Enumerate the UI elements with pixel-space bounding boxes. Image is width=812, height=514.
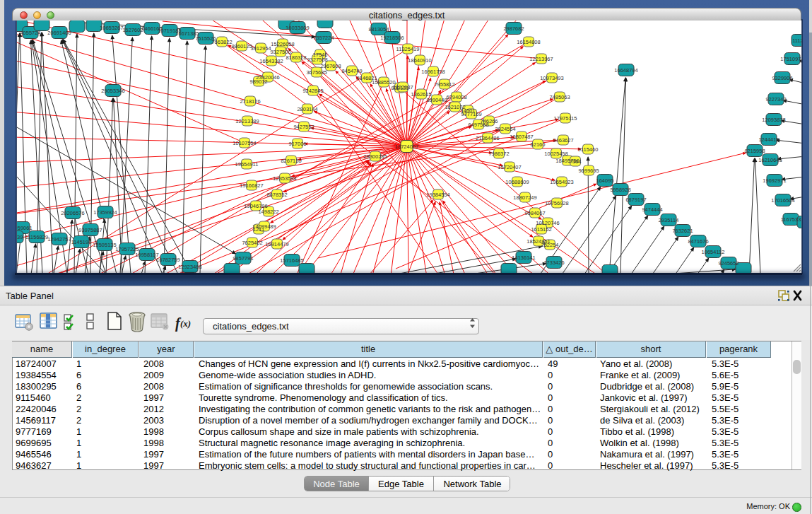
svg-text:7663822: 7663822 (211, 39, 232, 45)
svg-text:12505135: 12505135 (93, 242, 116, 248)
svg-text:7986372: 7986372 (488, 151, 509, 157)
svg-text:29053346: 29053346 (101, 88, 124, 94)
svg-text:17359924: 17359924 (93, 209, 117, 216)
svg-text:16210643: 16210643 (758, 157, 782, 163)
svg-text:16648794: 16648794 (614, 67, 637, 74)
svg-text:10973493: 10973493 (540, 75, 563, 81)
svg-text:10958107: 10958107 (135, 252, 158, 258)
svg-text:9227342: 9227342 (765, 96, 786, 103)
svg-text:8267130: 8267130 (281, 158, 301, 164)
svg-text:164095: 164095 (596, 177, 613, 184)
svg-text:9084067: 9084067 (524, 210, 545, 216)
svg-text:3675685: 3675685 (306, 69, 326, 76)
svg-text:10653267: 10653267 (100, 25, 123, 31)
svg-text:12213389: 12213389 (235, 118, 259, 124)
svg-text:8186328: 8186328 (286, 54, 306, 61)
svg-text:8990448: 8990448 (426, 97, 447, 103)
svg-text:9427552: 9427552 (293, 124, 314, 130)
svg-text:(x): (x) (180, 318, 191, 329)
svg-text:746266: 746266 (480, 118, 498, 124)
svg-text:12942757: 12942757 (47, 236, 71, 243)
svg-text:5958928: 5958928 (610, 187, 630, 193)
svg-text:8471676: 8471676 (688, 238, 708, 245)
svg-text:1145194: 1145194 (71, 239, 92, 245)
svg-text:1244415: 1244415 (758, 136, 779, 143)
svg-text:7955812: 7955812 (434, 81, 454, 88)
svg-text:8215958: 8215958 (744, 148, 765, 154)
svg-text:1527602: 1527602 (122, 27, 143, 33)
svg-text:9474444: 9474444 (642, 206, 662, 213)
svg-text:10756928: 10756928 (545, 200, 568, 206)
svg-text:17510974: 17510974 (780, 56, 804, 62)
svg-text:10688609: 10688609 (505, 179, 529, 185)
svg-text:1822037: 1822037 (392, 84, 413, 90)
svg-text:15716485: 15716485 (280, 257, 303, 264)
svg-text:9463627: 9463627 (553, 137, 573, 144)
svg-text:2935114: 2935114 (659, 217, 679, 223)
svg-text:20206576: 20206576 (61, 210, 84, 216)
svg-text:9245652: 9245652 (718, 260, 739, 267)
svg-text:10107554: 10107554 (233, 140, 256, 146)
svg-text:10025458: 10025458 (544, 151, 567, 157)
svg-text:9777169: 9777169 (461, 111, 481, 117)
svg-text:14136141: 14136141 (512, 255, 535, 261)
svg-text:8860125: 8860125 (231, 43, 252, 49)
svg-text:9115460: 9115460 (578, 146, 599, 153)
svg-text:11156829: 11156829 (25, 234, 48, 240)
svg-text:12353594: 12353594 (273, 175, 296, 182)
svg-text:9699695: 9699695 (578, 168, 599, 174)
svg-text:93975887: 93975887 (78, 227, 102, 233)
svg-text:19166827: 19166827 (240, 182, 263, 189)
svg-text:7625402: 7625402 (242, 240, 262, 246)
svg-text:6794028: 6794028 (446, 94, 466, 100)
svg-text:1733426: 1733426 (543, 259, 564, 266)
svg-text:12923468: 12923468 (178, 264, 201, 270)
svg-text:18640910: 18640910 (408, 57, 431, 64)
svg-text:7485063: 7485063 (549, 94, 570, 100)
svg-text:20691406: 20691406 (47, 30, 71, 36)
svg-text:7357224: 7357224 (313, 35, 334, 41)
svg-text:18807249: 18807249 (513, 194, 536, 201)
svg-text:6879197: 6879197 (625, 197, 646, 203)
svg-text:917006: 917006 (288, 141, 306, 147)
svg-text:1615152: 1615152 (531, 226, 551, 233)
svg-text:19654911: 19654911 (235, 161, 259, 168)
svg-text:18724007: 18724007 (395, 144, 418, 150)
svg-text:989012: 989012 (249, 78, 267, 85)
svg-text:39139: 39139 (8, 234, 23, 240)
svg-text:2803144: 2803144 (297, 106, 317, 112)
svg-text:2718176: 2718176 (240, 98, 260, 105)
svg-text:10807487: 10807487 (510, 134, 533, 140)
svg-text:3959061: 3959061 (11, 225, 32, 231)
svg-text:10654112: 10654112 (702, 249, 725, 255)
svg-text:21364486: 21364486 (476, 135, 499, 141)
svg-text:16961758: 16961758 (421, 69, 445, 75)
svg-text:7632621: 7632621 (672, 228, 693, 234)
svg-text:15720407: 15720407 (498, 164, 521, 170)
svg-text:2987682: 2987682 (503, 25, 524, 32)
svg-text:7364: 7364 (570, 158, 582, 165)
svg-text:28300285: 28300285 (363, 153, 387, 160)
svg-text:19692971: 19692971 (763, 177, 786, 184)
svg-text:19384554: 19384554 (426, 192, 449, 198)
svg-text:252254: 252254 (541, 242, 558, 248)
svg-text:1498222: 1498222 (258, 209, 278, 215)
svg-text:15226058: 15226058 (271, 41, 294, 47)
svg-text:12213967: 12213967 (529, 56, 553, 62)
svg-text:16914479: 16914479 (265, 241, 288, 247)
svg-text:9329906: 9329906 (772, 75, 792, 81)
svg-text:62160: 62160 (531, 141, 546, 148)
svg-text:17016504: 17016504 (771, 197, 794, 204)
svg-text:2967608: 2967608 (320, 63, 341, 69)
svg-text:8813054: 8813054 (368, 26, 389, 33)
svg-text:16782759: 16782759 (156, 257, 180, 263)
svg-text:14099489: 14099489 (252, 223, 276, 230)
svg-text:19654923: 19654923 (550, 179, 573, 185)
svg-text:8454749: 8454749 (341, 68, 362, 74)
svg-text:4055724: 4055724 (20, 30, 40, 36)
svg-text:16154808: 16154808 (517, 39, 540, 45)
svg-text:10120746: 10120746 (536, 220, 559, 226)
svg-text:3912954: 3912954 (250, 45, 271, 52)
svg-text:12093873: 12093873 (762, 117, 785, 123)
svg-text:8678352: 8678352 (266, 192, 287, 198)
